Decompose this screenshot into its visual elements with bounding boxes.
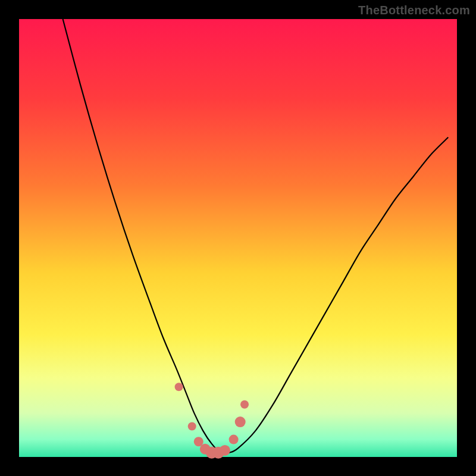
marker-point (175, 383, 183, 391)
marker-point (235, 416, 246, 427)
chart-frame: TheBottleneck.com (0, 0, 476, 476)
bottleneck-chart (0, 0, 476, 476)
marker-point (229, 435, 239, 444)
marker-point (188, 422, 196, 430)
watermark-label: TheBottleneck.com (358, 4, 470, 17)
marker-point (220, 445, 230, 456)
plot-area (19, 19, 457, 457)
marker-point (240, 400, 249, 409)
